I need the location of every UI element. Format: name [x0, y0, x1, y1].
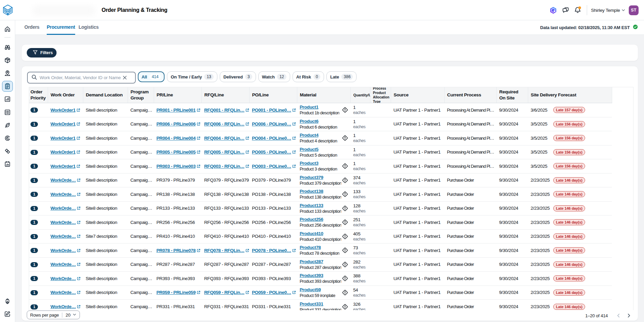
sidebar-item-edit-compose-icon[interactable]: [2, 308, 13, 319]
po-line-link[interactable]: PO001 - POLine0…: [252, 108, 296, 113]
material-link[interactable]: Product287: [300, 259, 323, 264]
material-link[interactable]: Product133: [300, 203, 323, 208]
milestone-alert-icon[interactable]: [342, 247, 348, 253]
rows-per-page-select[interactable]: Rows per page 20: [27, 310, 80, 319]
app-logo-supply-chain-icon[interactable]: [3, 4, 13, 16]
column-header-source[interactable]: Source: [391, 87, 444, 103]
pr-line-link[interactable]: PR059 - PRLine059: [156, 290, 201, 295]
tab-orders[interactable]: Orders: [24, 20, 39, 35]
column-header-po-line[interactable]: PO/Line: [249, 87, 297, 103]
chip-all[interactable]: All 414: [138, 71, 165, 82]
po-line-link[interactable]: PO005 - POLine0…: [252, 150, 296, 155]
column-header-pr-line[interactable]: PR/Line: [154, 87, 201, 103]
work-order-link[interactable]: WorkOrder1: [50, 121, 81, 127]
work-order-link[interactable]: WorkOrde…: [50, 248, 81, 253]
work-order-link[interactable]: WorkOrde…: [50, 178, 81, 183]
work-order-link[interactable]: WorkOrder1: [50, 150, 81, 155]
rfq-line-link[interactable]: RFQ005 - RFQLin…: [204, 150, 249, 155]
material-link[interactable]: Product393: [300, 273, 323, 278]
milestone-alert-icon[interactable]: [342, 304, 348, 310]
milestone-alert-icon[interactable]: [342, 261, 348, 268]
work-order-link[interactable]: WorkOrde…: [50, 262, 81, 267]
work-order-link[interactable]: WorkOrder1: [50, 108, 81, 113]
column-header-site-delivery-forecast[interactable]: Site Delivery Forecast: [528, 87, 612, 103]
material-link[interactable]: Product138: [300, 189, 323, 194]
filters-button[interactable]: Filters: [27, 48, 57, 58]
user-menu[interactable]: Shirley Temple: [591, 7, 626, 14]
work-order-link[interactable]: WorkOrde…: [50, 192, 81, 197]
material-link[interactable]: Product379: [300, 175, 323, 180]
rfq-line-link[interactable]: RFQ078 - RFQLin…: [204, 248, 249, 253]
sidebar-item-calendar-chart-icon[interactable]: [2, 159, 13, 169]
next-page-button[interactable]: [624, 311, 634, 320]
milestone-alert-icon[interactable]: [342, 135, 348, 141]
tab-logistics[interactable]: Logistics: [79, 20, 99, 35]
rfq-line-link[interactable]: RFQ059 - RFQLin…: [204, 290, 249, 295]
assistant-q-icon[interactable]: [550, 6, 557, 14]
pr-line-link[interactable]: PR001 - PRLine001: [156, 108, 201, 113]
notifications-bell-icon[interactable]: [574, 6, 581, 14]
milestone-alert-icon[interactable]: [342, 163, 348, 169]
material-link[interactable]: Product59: [300, 287, 321, 292]
sidebar-item-clipboard-list-icon[interactable]: [2, 81, 13, 92]
chip-watch[interactable]: Watch 12: [258, 71, 290, 82]
chip-late[interactable]: Late 386: [326, 71, 357, 82]
material-link[interactable]: Product3: [300, 161, 318, 166]
sidebar-item-location-pin-icon[interactable]: [2, 68, 13, 78]
column-header-rfq-line[interactable]: RFQ/Line: [201, 87, 249, 103]
material-link[interactable]: Product78: [300, 245, 321, 250]
sidebar-item-leaf-icon[interactable]: [2, 120, 13, 131]
po-line-link[interactable]: PO006 - POLine0…: [252, 121, 296, 127]
work-order-link[interactable]: WorkOrde…: [50, 206, 81, 211]
work-order-link[interactable]: WorkOrde…: [50, 234, 81, 239]
rfq-line-link[interactable]: RFQ001 - RFQLin…: [204, 108, 249, 113]
sidebar-item-home-icon[interactable]: [2, 24, 13, 34]
milestone-alert-icon[interactable]: [342, 177, 348, 183]
previous-page-button[interactable]: [614, 311, 623, 320]
po-line-link[interactable]: PO078 - POLine0…: [252, 248, 296, 253]
work-order-link[interactable]: WorkOrde…: [50, 304, 81, 309]
chat-icon[interactable]: [562, 6, 570, 14]
column-header-work-order[interactable]: Work Order: [48, 87, 83, 103]
chip-on-time-early[interactable]: On Time / Early 13: [167, 71, 217, 82]
column-header-current-process[interactable]: Current Process: [444, 87, 496, 103]
chip-at-risk[interactable]: At Risk 0: [293, 71, 324, 82]
clear-search-icon[interactable]: [122, 75, 127, 80]
column-header-material[interactable]: Material: [297, 87, 350, 103]
column-header-order-priority[interactable]: Order Priority: [29, 87, 48, 103]
pr-line-link[interactable]: PR005 - PRLine005: [156, 150, 201, 155]
material-link[interactable]: Product5: [300, 147, 318, 152]
search-input[interactable]: [40, 75, 122, 80]
milestone-alert-icon[interactable]: [342, 233, 348, 239]
po-line-link[interactable]: PO003 - POLine0…: [252, 164, 296, 169]
pr-line-link[interactable]: PR078 - PRLine078: [156, 248, 201, 253]
rfq-line-link[interactable]: RFQ004 - RFQLin…: [204, 136, 249, 141]
sidebar-item-binoculars-icon[interactable]: [2, 42, 13, 53]
chip-delivered[interactable]: Delivered 3: [220, 71, 256, 82]
rfq-line-link[interactable]: RFQ006 - RFQLin…: [204, 121, 249, 127]
work-order-link[interactable]: WorkOrder1: [50, 136, 81, 141]
milestone-alert-icon[interactable]: [342, 290, 348, 296]
column-header-required-on-site[interactable]: Required On Site: [496, 87, 528, 103]
sidebar-item-gear-icon[interactable]: [2, 296, 13, 306]
milestone-alert-icon[interactable]: [342, 191, 348, 197]
sidebar-item-bar-chart-icon[interactable]: [2, 94, 13, 105]
pr-line-link[interactable]: PR006 - PRLine006: [156, 121, 201, 127]
material-link[interactable]: Product410: [300, 231, 323, 236]
sidebar-item-package-icon[interactable]: [2, 55, 13, 66]
work-order-link[interactable]: WorkOrder1: [50, 164, 81, 169]
sidebar-item-table-list-icon[interactable]: [2, 107, 13, 118]
material-link[interactable]: Product331: [300, 301, 323, 306]
column-header-quantity-uom[interactable]: Quantity/UoM: [350, 87, 370, 103]
pr-line-link[interactable]: PR003 - PRLine003: [156, 164, 201, 169]
milestone-alert-icon[interactable]: [342, 275, 348, 281]
work-order-link[interactable]: WorkOrde…: [50, 220, 81, 225]
sidebar-item-radar-target-icon[interactable]: [2, 133, 13, 143]
material-link[interactable]: Product4: [300, 133, 318, 138]
pr-line-link[interactable]: PR004 - PRLine004: [156, 136, 201, 141]
tab-procurement[interactable]: Procurement: [47, 20, 75, 35]
milestone-alert-icon[interactable]: [342, 205, 348, 211]
milestone-alert-icon[interactable]: [342, 107, 348, 113]
work-order-link[interactable]: WorkOrde…: [50, 290, 81, 295]
column-header-demand-location[interactable]: Demand Location: [83, 87, 128, 103]
